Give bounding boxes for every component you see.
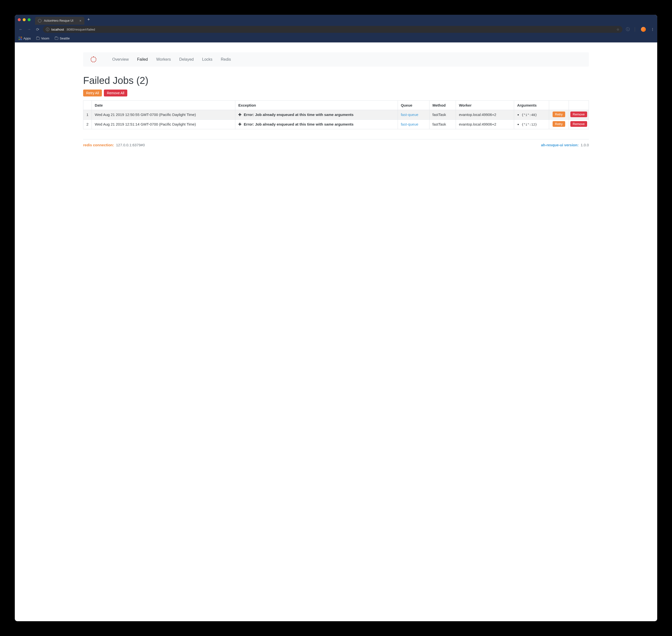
queue-link[interactable]: fast-queue [401, 113, 418, 117]
new-tab-button[interactable]: + [84, 16, 93, 25]
site-info-icon[interactable]: i [46, 28, 50, 31]
remove-button[interactable]: Remove [570, 112, 587, 117]
table-row: 1 Wed Aug 21 2019 12:50:55 GMT-0700 (Pac… [83, 110, 589, 120]
seattle-label: Seattle [60, 37, 70, 40]
back-button[interactable]: ← [18, 27, 24, 32]
exception-text: Error: Job already enqueued at this time… [244, 113, 354, 117]
top-nav: Overview Failed Workers Delayed Locks Re… [83, 52, 589, 66]
row-queue: fast-queue [398, 120, 429, 129]
col-date: Date [92, 101, 235, 110]
row-date: Wed Aug 21 2019 12:50:55 GMT-0700 (Pacif… [92, 110, 235, 120]
apps-label: Apps [23, 37, 31, 40]
url-host: localhost [51, 28, 64, 31]
bookmark-star-icon[interactable]: ☆ [616, 28, 619, 31]
globe-icon [38, 19, 41, 22]
retry-button[interactable]: Retry [553, 112, 565, 117]
row-method: fastTask [430, 110, 456, 120]
site-alert-icon[interactable]: ⓘ [625, 27, 631, 32]
col-worker: Worker [456, 101, 514, 110]
window-controls [18, 18, 31, 25]
row-index: 2 [83, 120, 92, 129]
failed-jobs-table: Date Exception Queue Method Worker Argum… [83, 100, 589, 129]
voom-label: Voom [41, 37, 50, 40]
arg-value: {"i":12} [521, 123, 537, 126]
table-row: 2 Wed Aug 21 2019 12:51:14 GMT-0700 (Pac… [83, 120, 589, 129]
brand-icon [91, 57, 96, 62]
folder-icon [36, 37, 40, 40]
remove-button[interactable]: Remove [570, 121, 587, 127]
page-title: Failed Jobs (2) [83, 75, 589, 86]
browser-menu-button[interactable]: ⋮ [651, 27, 654, 31]
nav-overview[interactable]: Overview [112, 57, 129, 62]
redis-value: 127.0.0.1:6379#0 [116, 143, 145, 147]
col-method: Method [430, 101, 456, 110]
folder-icon [55, 37, 58, 40]
row-arguments: {"i":12} [514, 120, 549, 129]
row-worker: evantop.local:49906+2 [456, 110, 514, 120]
nav-redis[interactable]: Redis [221, 57, 231, 62]
version-value: 1.0.0 [581, 143, 589, 147]
minimize-window-button[interactable] [23, 18, 26, 21]
url-path: :8080/resque#/failed [66, 28, 95, 31]
apps-icon [19, 37, 22, 40]
toolbar-divider [635, 27, 635, 32]
table-header-row: Date Exception Queue Method Worker Argum… [83, 101, 589, 110]
profile-avatar[interactable] [641, 27, 646, 32]
row-queue: fast-queue [398, 110, 429, 120]
seattle-bookmark[interactable]: Seattle [55, 37, 70, 40]
col-index [83, 101, 92, 110]
version-label: ah-resque-ui version: [541, 143, 579, 147]
nav-workers[interactable]: Workers [156, 57, 171, 62]
close-window-button[interactable] [18, 18, 21, 21]
row-retry-cell: Retry [549, 110, 569, 120]
url-input[interactable]: i localhost:8080/resque#/failed ☆ [43, 26, 622, 33]
expand-icon[interactable]: ✚ [238, 113, 242, 117]
reload-button[interactable]: ⟳ [35, 27, 40, 32]
exception-text: Error: Job already enqueued at this time… [244, 122, 354, 126]
row-exception: ✚Error: Job already enqueued at this tim… [235, 110, 398, 120]
expand-icon[interactable]: ✚ [238, 122, 242, 126]
col-remove [569, 101, 589, 110]
queue-link[interactable]: fast-queue [401, 122, 418, 126]
browser-tab[interactable]: ActionHero Resque UI × [35, 17, 84, 25]
row-exception: ✚Error: Job already enqueued at this tim… [235, 120, 398, 129]
row-worker: evantop.local:49906+2 [456, 120, 514, 129]
apps-bookmark[interactable]: Apps [19, 37, 31, 40]
maximize-window-button[interactable] [27, 18, 31, 21]
arg-value: {"i":48} [521, 113, 537, 117]
redis-label: redis connection: [83, 143, 114, 147]
nav-locks[interactable]: Locks [202, 57, 212, 62]
row-retry-cell: Retry [549, 120, 569, 129]
row-index: 1 [83, 110, 92, 120]
row-remove-cell: Remove [569, 110, 589, 120]
row-arguments: {"i":48} [514, 110, 549, 120]
col-exception: Exception [235, 101, 398, 110]
bookmarks-bar: Apps Voom Seattle [15, 34, 657, 42]
row-date: Wed Aug 21 2019 12:51:14 GMT-0700 (Pacif… [92, 120, 235, 129]
voom-bookmark[interactable]: Voom [36, 37, 50, 40]
browser-titlebar: ActionHero Resque UI × + [15, 15, 657, 25]
forward-button[interactable]: → [26, 27, 32, 32]
retry-all-button[interactable]: Retry All [83, 90, 102, 97]
remove-all-button[interactable]: Remove All [104, 90, 127, 97]
retry-button[interactable]: Retry [553, 121, 565, 127]
version-info: ah-resque-ui version: 1.0.0 [541, 143, 589, 147]
col-queue: Queue [398, 101, 429, 110]
bulk-actions: Retry All Remove All [83, 90, 589, 97]
address-bar: ← → ⟳ i localhost:8080/resque#/failed ☆ … [15, 25, 657, 34]
nav-delayed[interactable]: Delayed [179, 57, 194, 62]
tab-title: ActionHero Resque UI [44, 19, 73, 22]
col-retry [549, 101, 569, 110]
footer: redis connection: 127.0.0.1:6379#0 ah-re… [83, 139, 589, 147]
browser-window: ActionHero Resque UI × + ← → ⟳ i localho… [15, 15, 657, 621]
col-arguments: Arguments [514, 101, 549, 110]
close-tab-button[interactable]: × [79, 19, 81, 23]
nav-failed[interactable]: Failed [137, 57, 148, 62]
row-remove-cell: Remove [569, 120, 589, 129]
row-method: fastTask [430, 120, 456, 129]
page-content: Overview Failed Workers Delayed Locks Re… [15, 42, 657, 157]
redis-connection: redis connection: 127.0.0.1:6379#0 [83, 143, 145, 147]
